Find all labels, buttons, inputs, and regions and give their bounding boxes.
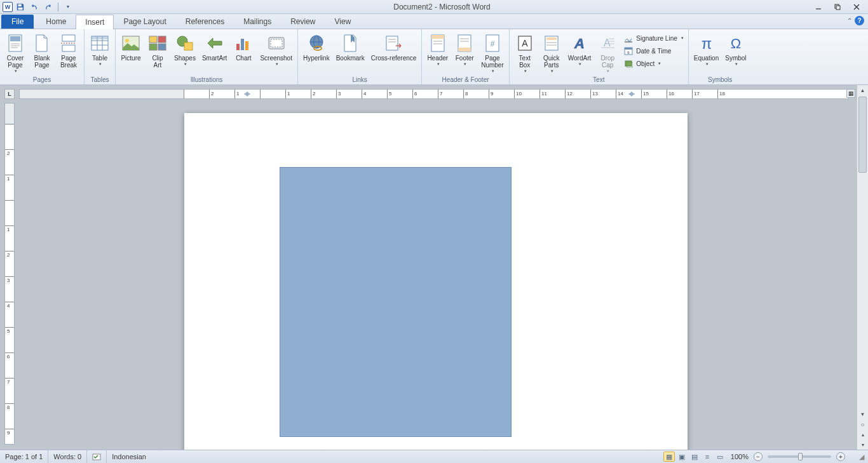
group-label-links: Links bbox=[301, 76, 419, 84]
print-layout-view-icon[interactable]: ▦ bbox=[663, 452, 675, 462]
smartart-button[interactable]: SmartArt bbox=[200, 32, 229, 63]
footer-icon bbox=[454, 33, 475, 53]
tab-page-layout[interactable]: Page Layout bbox=[114, 14, 175, 29]
svg-rect-24 bbox=[158, 44, 166, 50]
svg-rect-10 bbox=[62, 35, 75, 41]
text-box-button[interactable]: A Text Box bbox=[512, 32, 538, 75]
tab-references[interactable]: References bbox=[176, 14, 234, 29]
svg-text:A: A bbox=[522, 38, 528, 48]
zoom-slider[interactable] bbox=[768, 455, 831, 458]
group-header-footer: Header Footer # Page Number Header & Foo… bbox=[422, 29, 509, 84]
resize-grip-icon[interactable]: ◢ bbox=[859, 453, 864, 461]
group-label-symbols: Symbols bbox=[691, 76, 749, 84]
scroll-up-arrow[interactable]: ▲ bbox=[857, 85, 868, 95]
zoom-level[interactable]: 100% bbox=[731, 453, 749, 460]
signature-line-button[interactable]: Signature Line bbox=[621, 32, 686, 44]
prev-page-icon[interactable]: ▴ bbox=[857, 429, 868, 440]
vertical-scrollbar[interactable]: ▲ ▼ ○ ▴ ▾ bbox=[857, 85, 868, 450]
svg-text:#: # bbox=[491, 39, 495, 48]
quick-parts-button[interactable]: Quick Parts bbox=[539, 32, 564, 75]
full-screen-view-icon[interactable]: ▣ bbox=[676, 452, 688, 462]
status-language[interactable]: Indonesian bbox=[107, 450, 151, 463]
redo-icon[interactable] bbox=[42, 1, 55, 13]
svg-rect-26 bbox=[184, 43, 193, 50]
date-time-button[interactable]: 5 Date & Time bbox=[621, 44, 686, 57]
object-button[interactable]: Object bbox=[621, 57, 686, 70]
date-time-icon: 5 bbox=[623, 46, 634, 56]
document-page[interactable] bbox=[184, 113, 688, 463]
chart-icon bbox=[233, 33, 254, 53]
group-text: A Text Box Quick Parts A WordArt A Drop … bbox=[510, 29, 689, 84]
signature-line-icon bbox=[623, 33, 634, 43]
zoom-out-button[interactable]: − bbox=[754, 452, 763, 461]
vertical-ruler[interactable]: 21 12 345 678 91011 bbox=[4, 103, 15, 445]
group-label-pages: Pages bbox=[3, 76, 81, 84]
svg-rect-27 bbox=[236, 44, 240, 50]
svg-rect-41 bbox=[431, 35, 444, 39]
file-tab[interactable]: File bbox=[1, 15, 34, 29]
save-icon[interactable] bbox=[14, 1, 27, 13]
hyperlink-button[interactable]: Hyperlink bbox=[301, 32, 332, 63]
window-title: Document2 - Microsoft Word bbox=[74, 3, 810, 11]
maximize-button[interactable] bbox=[829, 1, 846, 13]
screenshot-button[interactable]: Screenshot bbox=[257, 32, 295, 68]
tab-mailings[interactable]: Mailings bbox=[234, 14, 281, 29]
ruler-toggle-icon[interactable]: ▦ bbox=[846, 89, 855, 98]
cover-page-button[interactable]: Cover Page bbox=[3, 32, 28, 75]
equation-button[interactable]: π Equation bbox=[691, 32, 721, 68]
status-words[interactable]: Words: 0 bbox=[48, 450, 87, 463]
symbol-button[interactable]: Ω Symbol bbox=[722, 32, 749, 68]
qat-customize-icon[interactable]: ▾ bbox=[62, 1, 74, 13]
status-page[interactable]: Page: 1 of 1 bbox=[0, 450, 48, 463]
minimize-ribbon-icon[interactable]: ⌃ bbox=[847, 17, 852, 24]
page-break-icon bbox=[58, 33, 79, 53]
footer-button[interactable]: Footer bbox=[452, 32, 477, 68]
draft-view-icon[interactable]: ▭ bbox=[714, 452, 726, 462]
page-number-button[interactable]: # Page Number bbox=[478, 32, 506, 75]
minimize-button[interactable] bbox=[810, 1, 827, 13]
zoom-in-button[interactable]: + bbox=[836, 452, 845, 461]
bookmark-button[interactable]: Bookmark bbox=[334, 32, 367, 63]
next-page-icon[interactable]: ▾ bbox=[857, 440, 868, 450]
blank-page-button[interactable]: Blank Page bbox=[29, 32, 55, 70]
screenshot-icon bbox=[266, 33, 287, 53]
outline-view-icon[interactable]: ≡ bbox=[702, 452, 713, 462]
picture-button[interactable]: Picture bbox=[118, 32, 144, 63]
scroll-thumb[interactable] bbox=[858, 97, 867, 173]
wordart-icon: A bbox=[569, 33, 590, 53]
wordart-button[interactable]: A WordArt bbox=[566, 32, 594, 68]
rectangle-shape[interactable] bbox=[280, 167, 512, 437]
web-layout-view-icon[interactable]: ▤ bbox=[689, 452, 700, 462]
svg-rect-37 bbox=[386, 36, 398, 50]
group-pages: Cover Page Blank Page Page Break Pages bbox=[0, 29, 85, 84]
header-button[interactable]: Header bbox=[424, 32, 451, 68]
svg-text:A: A bbox=[574, 36, 585, 51]
clipart-button[interactable]: Clip Art bbox=[145, 32, 170, 70]
horizontal-ruler[interactable]: 21 12 345 678 91011 121314 151617 18 bbox=[19, 89, 849, 99]
drop-cap-button[interactable]: A Drop Cap bbox=[595, 32, 620, 75]
shapes-button[interactable]: Shapes bbox=[172, 32, 198, 68]
scroll-down-arrow[interactable]: ▼ bbox=[857, 409, 868, 419]
page-break-button[interactable]: Page Break bbox=[56, 32, 81, 70]
chart-button[interactable]: Chart bbox=[231, 32, 256, 63]
table-button[interactable]: Table bbox=[87, 32, 112, 68]
word-app-icon[interactable]: W bbox=[3, 2, 13, 12]
svg-text:Ω: Ω bbox=[731, 36, 741, 51]
close-button[interactable] bbox=[848, 1, 865, 13]
cross-reference-button[interactable]: Cross-reference bbox=[369, 32, 419, 63]
tab-insert[interactable]: Insert bbox=[76, 15, 114, 29]
tab-selector[interactable]: L bbox=[4, 89, 15, 99]
svg-rect-64 bbox=[625, 48, 632, 50]
cover-page-icon bbox=[5, 33, 25, 53]
undo-icon[interactable] bbox=[28, 1, 41, 13]
tab-home[interactable]: Home bbox=[36, 14, 76, 29]
ribbon: Cover Page Blank Page Page Break Pages T… bbox=[0, 29, 868, 85]
help-icon[interactable]: ? bbox=[855, 16, 864, 25]
zoom-slider-knob[interactable] bbox=[798, 453, 803, 460]
browse-object-icon[interactable]: ○ bbox=[857, 419, 868, 429]
tab-review[interactable]: Review bbox=[281, 14, 325, 29]
tab-view[interactable]: View bbox=[325, 14, 361, 29]
svg-rect-11 bbox=[62, 45, 75, 51]
status-proofing[interactable] bbox=[87, 450, 107, 463]
title-bar: W ▾ Document2 - Microsoft Word bbox=[0, 0, 868, 14]
